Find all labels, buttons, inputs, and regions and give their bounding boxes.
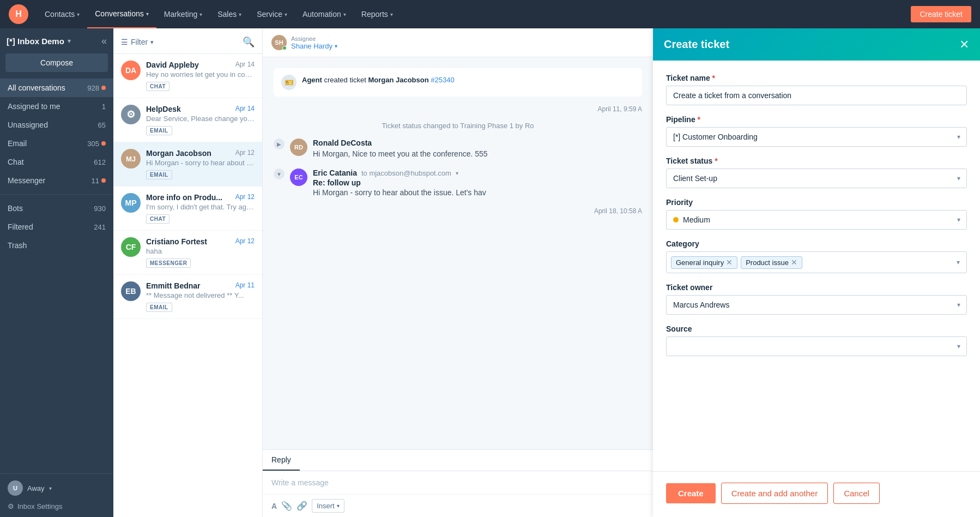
nav-contacts[interactable]: Contacts ▾	[37, 0, 87, 28]
sidebar-item-assigned-to-me[interactable]: Assigned to me 1	[0, 97, 113, 116]
reply-toolbar: A 📎 🔗 Insert ▾	[263, 494, 653, 517]
attachment-button[interactable]: 📎	[281, 501, 292, 511]
chevron-down-icon: ▾	[343, 11, 346, 17]
reply-textarea-wrap[interactable]: Write a message	[263, 471, 653, 494]
user-status-button[interactable]: U Away ▾	[8, 480, 106, 496]
conversation-item[interactable]: ⚙ HelpDesk Apr 14 Dear Service, Please c…	[113, 98, 262, 142]
unread-dot	[101, 86, 106, 90]
priority-select[interactable]: Medium	[666, 210, 967, 230]
expand-message-button[interactable]: ▶	[274, 139, 285, 149]
chevron-down-icon: ▾	[49, 485, 52, 491]
avatar: EB	[121, 281, 141, 301]
ticket-status-label: Ticket status *	[666, 157, 967, 165]
search-button[interactable]: 🔍	[243, 36, 255, 48]
collapse-message-button[interactable]: ▼	[274, 169, 285, 179]
sidebar-item-chat[interactable]: Chat 612	[0, 153, 113, 171]
left-sidebar: [*] Inbox Demo ▾ « Compose All conversat…	[0, 28, 113, 517]
remove-category-tag-button[interactable]: ✕	[726, 258, 733, 266]
conversation-item[interactable]: DA David Appleby Apr 14 Hey no worries l…	[113, 54, 262, 98]
nav-marketing[interactable]: Marketing ▾	[156, 0, 210, 28]
sidebar-collapse-button[interactable]: «	[101, 36, 107, 46]
filter-button[interactable]: ☰ Filter ▾	[121, 38, 154, 46]
status-change-message: Ticket status changed to Training Phase …	[274, 122, 642, 130]
ticket-name-label: Ticket name *	[666, 74, 967, 82]
chevron-down-icon: ▾	[957, 258, 960, 266]
ticket-owner-label: Ticket owner	[666, 283, 967, 292]
chevron-down-icon: ▾	[77, 11, 80, 17]
create-button[interactable]: Create	[666, 483, 716, 503]
sidebar-item-filtered[interactable]: Filtered 241	[0, 218, 113, 236]
ticket-name-input[interactable]	[666, 86, 967, 105]
cancel-button[interactable]: Cancel	[833, 483, 880, 504]
chevron-down-icon: ▾	[337, 503, 340, 509]
nav-sales[interactable]: Sales ▾	[210, 0, 249, 28]
sidebar-header: [*] Inbox Demo ▾ «	[0, 28, 113, 51]
ticket-owner-select[interactable]: Marcus Andrews	[666, 295, 967, 315]
ticket-link[interactable]: #25340	[431, 76, 454, 84]
ticket-owner-select-wrap: Marcus Andrews ▾	[666, 295, 967, 315]
category-label: Category	[666, 239, 967, 248]
conversation-item[interactable]: CF Cristiano Fortest Apr 12 haha MESSENG…	[113, 231, 262, 275]
sidebar-bottom: U Away ▾ ⚙ Inbox Settings	[0, 473, 113, 517]
source-select[interactable]	[666, 336, 967, 356]
create-and-add-another-button[interactable]: Create and add another	[721, 483, 828, 504]
conversation-item[interactable]: MJ Morgan Jacobson Apr 12 Hi Morgan - so…	[113, 142, 262, 187]
ticket-actions: Create Create and add another Cancel	[653, 471, 980, 517]
unread-dot	[101, 141, 106, 146]
top-navigation: H Contacts ▾ Conversations ▾ Marketing ▾…	[0, 0, 980, 28]
source-group: Source ▾	[666, 324, 967, 356]
source-label: Source	[666, 324, 967, 333]
ticket-status-select-wrap: Client Set-up ▾	[666, 169, 967, 188]
nav-automation[interactable]: Automation ▾	[295, 0, 354, 28]
medium-priority-dot	[673, 217, 679, 223]
system-icon: 🎫	[281, 75, 297, 90]
conversation-item[interactable]: MP More info on Produ... Apr 12 I'm sorr…	[113, 187, 262, 231]
category-group: Category General inquiry ✕ Product issue…	[666, 239, 967, 273]
unread-dot	[101, 178, 106, 183]
paperclip-icon[interactable]: 🔗	[297, 501, 307, 511]
conversation-item[interactable]: EB Emmitt Bednar Apr 11 ** Message not d…	[113, 275, 262, 319]
ticket-form: Ticket name * Pipeline * [*] Customer On…	[653, 61, 980, 467]
gear-icon: ⚙	[8, 502, 14, 510]
sidebar-item-bots[interactable]: Bots 930	[0, 199, 113, 218]
avatar: ⚙	[121, 105, 141, 124]
reply-box: Reply Write a message A 📎 🔗 Insert ▾	[263, 449, 653, 517]
close-button[interactable]: ✕	[959, 39, 969, 51]
text-format-button[interactable]: A	[271, 502, 277, 510]
hubspot-logo[interactable]: H	[9, 4, 28, 24]
conversations-list-panel: ☰ Filter ▾ 🔍 DA David Appleby Apr 14 Hey…	[113, 28, 263, 517]
chevron-down-icon: ▾	[335, 43, 337, 49]
avatar: MP	[121, 193, 141, 213]
chevron-down-icon: ▾	[146, 11, 149, 17]
create-ticket-nav-button[interactable]: Create ticket	[911, 6, 971, 22]
sidebar-item-all-conversations[interactable]: All conversations 928	[0, 79, 113, 97]
nav-conversations[interactable]: Conversations ▾	[87, 0, 156, 28]
remove-category-tag-button[interactable]: ✕	[791, 258, 797, 266]
assignee-name-button[interactable]: Shane Hardy ▾	[291, 42, 337, 50]
compose-button[interactable]: Compose	[5, 53, 108, 72]
insert-button[interactable]: Insert ▾	[312, 499, 344, 513]
online-status-dot	[282, 46, 287, 50]
inbox-settings-button[interactable]: ⚙ Inbox Settings	[8, 502, 106, 510]
ticket-status-select[interactable]: Client Set-up	[666, 169, 967, 188]
source-select-wrap: ▾	[666, 336, 967, 356]
assignee-avatar: SH	[271, 35, 287, 50]
priority-label: Priority	[666, 198, 967, 207]
tab-reply[interactable]: Reply	[263, 450, 300, 471]
sidebar-item-unassigned[interactable]: Unassigned 65	[0, 116, 113, 134]
avatar: MJ	[121, 149, 141, 169]
svg-text:H: H	[15, 9, 22, 19]
pipeline-group: Pipeline * [*] Customer Onboarding ▾	[666, 115, 967, 147]
nav-reports[interactable]: Reports ▾	[354, 0, 401, 28]
create-ticket-panel: Create ticket ✕ Ticket name * Pipeline *	[653, 28, 980, 517]
sidebar-divider	[0, 194, 113, 195]
category-select[interactable]: General inquiry ✕ Product issue ✕ ▾	[666, 251, 967, 273]
sidebar-item-email[interactable]: Email 305	[0, 134, 113, 153]
nav-service[interactable]: Service ▾	[249, 0, 295, 28]
sidebar-item-messenger[interactable]: Messenger 11	[0, 171, 113, 190]
inbox-title[interactable]: [*] Inbox Demo ▾	[7, 37, 71, 46]
messages-area: 🎫 Agent created ticket Morgan Jacobson #…	[263, 57, 653, 449]
pipeline-select-wrap: [*] Customer Onboarding ▾	[666, 127, 967, 147]
sidebar-item-trash[interactable]: Trash	[0, 236, 113, 255]
pipeline-select[interactable]: [*] Customer Onboarding	[666, 127, 967, 147]
